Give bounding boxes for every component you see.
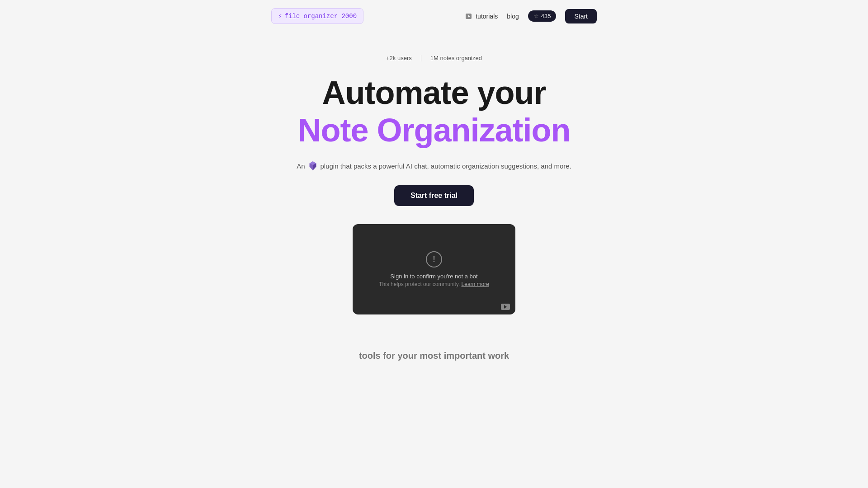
stat-notes: 1M notes organized <box>430 55 482 61</box>
logo[interactable]: ⚡ file organizer 2000 <box>271 8 363 24</box>
star-icon: ☆ <box>533 13 539 19</box>
hero-section: +2k users 1M notes organized Automate yo… <box>0 32 868 314</box>
stat-users: +2k users <box>386 55 412 61</box>
tutorials-link[interactable]: tutorials <box>466 13 498 20</box>
logo-text: file organizer 2000 <box>284 13 357 20</box>
navbar: ⚡ file organizer 2000 tutorials blog ☆ 4… <box>262 0 606 32</box>
learn-more-link[interactable]: Learn more <box>462 281 489 287</box>
stars-badge[interactable]: ☆ 435 <box>528 10 557 22</box>
stats-divider <box>421 55 421 61</box>
video-embed: ! Sign in to confirm you're not a bot Th… <box>353 224 515 314</box>
hero-title-line2: Note Organization <box>0 113 868 148</box>
warning-icon: ! <box>426 251 442 267</box>
subtitle-pre: An <box>297 162 305 170</box>
start-free-trial-button[interactable]: Start free trial <box>394 185 474 206</box>
video-icon <box>466 14 473 19</box>
subtitle-post: plugin that packs a powerful AI chat, au… <box>321 162 571 170</box>
video-inner: ! Sign in to confirm you're not a bot Th… <box>353 224 515 314</box>
video-sign-in-sub: This helps protect our community. Learn … <box>379 281 489 287</box>
video-sign-in-title: Sign in to confirm you're not a bot <box>379 273 489 280</box>
stats-row: +2k users 1M notes organized <box>0 55 868 61</box>
bottom-tagline: tools for your most important work <box>0 351 868 361</box>
obsidian-icon <box>308 161 318 171</box>
blog-link[interactable]: blog <box>507 13 519 20</box>
hero-subtitle: An plugin that packs a powerful AI chat,… <box>0 161 868 171</box>
nav-start-button[interactable]: Start <box>565 9 597 23</box>
video-message: Sign in to confirm you're not a bot This… <box>379 273 489 287</box>
bottom-section: tools for your most important work <box>0 314 868 361</box>
hero-title: Automate your Note Organization <box>0 75 868 148</box>
youtube-play-icon <box>504 305 507 309</box>
nav-links: tutorials blog ☆ 435 Start <box>466 9 597 23</box>
stars-count: 435 <box>541 13 551 19</box>
youtube-logo-icon <box>501 304 510 310</box>
lightning-icon: ⚡ <box>278 12 282 20</box>
youtube-watermark <box>501 304 510 310</box>
hero-title-line1: Automate your <box>322 75 546 111</box>
